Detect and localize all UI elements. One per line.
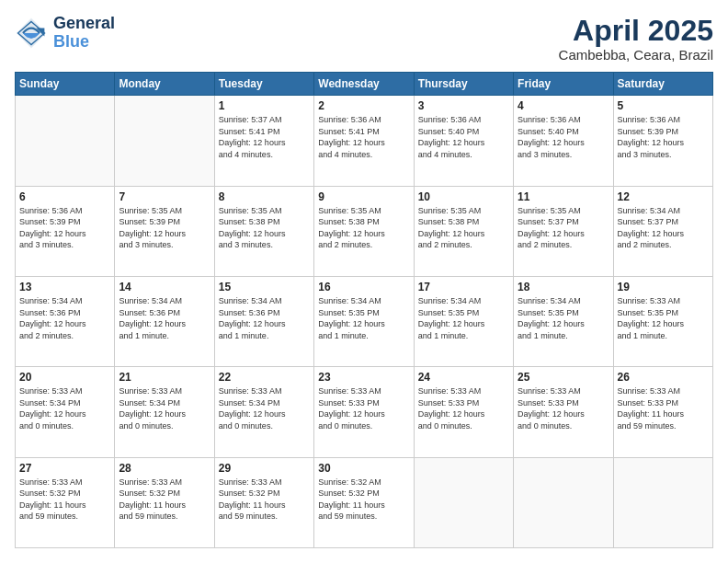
calendar-cell: 14Sunrise: 5:34 AM Sunset: 5:36 PM Dayli… [115, 276, 214, 366]
day-number: 2 [318, 99, 409, 112]
day-number: 7 [119, 190, 210, 203]
day-number: 23 [318, 371, 409, 384]
day-info: Sunrise: 5:35 AM Sunset: 5:38 PM Dayligh… [318, 205, 409, 251]
calendar-cell: 6Sunrise: 5:36 AM Sunset: 5:39 PM Daylig… [16, 186, 115, 276]
day-number: 14 [119, 281, 210, 293]
logo-line1: General [53, 15, 115, 33]
calendar-cell [514, 457, 613, 547]
day-number: 11 [518, 190, 609, 203]
calendar-cell: 19Sunrise: 5:33 AM Sunset: 5:35 PM Dayli… [613, 276, 712, 366]
day-number: 6 [19, 190, 110, 203]
calendar-cell: 23Sunrise: 5:33 AM Sunset: 5:33 PM Dayli… [314, 367, 414, 457]
day-info: Sunrise: 5:36 AM Sunset: 5:40 PM Dayligh… [518, 114, 609, 160]
day-info: Sunrise: 5:33 AM Sunset: 5:35 PM Dayligh… [618, 295, 709, 341]
day-info: Sunrise: 5:35 AM Sunset: 5:37 PM Dayligh… [518, 205, 609, 251]
calendar-week-row: 27Sunrise: 5:33 AM Sunset: 5:32 PM Dayli… [16, 457, 713, 547]
calendar-cell: 27Sunrise: 5:33 AM Sunset: 5:32 PM Dayli… [16, 457, 115, 547]
day-number: 19 [618, 281, 709, 293]
calendar-cell: 20Sunrise: 5:33 AM Sunset: 5:34 PM Dayli… [16, 367, 115, 457]
day-number: 24 [418, 371, 509, 384]
day-info: Sunrise: 5:36 AM Sunset: 5:39 PM Dayligh… [618, 114, 709, 160]
day-number: 3 [418, 99, 509, 112]
calendar-cell: 3Sunrise: 5:36 AM Sunset: 5:40 PM Daylig… [414, 96, 513, 186]
calendar-day-header: Friday [514, 73, 613, 96]
day-number: 18 [518, 281, 609, 293]
calendar-day-header: Monday [115, 73, 214, 96]
day-number: 4 [518, 99, 609, 112]
day-info: Sunrise: 5:35 AM Sunset: 5:38 PM Dayligh… [219, 205, 310, 251]
day-number: 9 [318, 190, 409, 203]
calendar-header-row: SundayMondayTuesdayWednesdayThursdayFrid… [16, 73, 713, 96]
calendar-cell [414, 457, 513, 547]
day-info: Sunrise: 5:34 AM Sunset: 5:37 PM Dayligh… [618, 205, 709, 251]
calendar-cell: 18Sunrise: 5:34 AM Sunset: 5:35 PM Dayli… [514, 276, 613, 366]
day-info: Sunrise: 5:35 AM Sunset: 5:39 PM Dayligh… [119, 205, 210, 251]
calendar-cell: 22Sunrise: 5:33 AM Sunset: 5:34 PM Dayli… [214, 367, 313, 457]
day-info: Sunrise: 5:33 AM Sunset: 5:32 PM Dayligh… [219, 477, 310, 523]
calendar-cell: 13Sunrise: 5:34 AM Sunset: 5:36 PM Dayli… [16, 276, 115, 366]
day-number: 15 [219, 281, 310, 293]
day-info: Sunrise: 5:34 AM Sunset: 5:36 PM Dayligh… [219, 295, 310, 341]
day-info: Sunrise: 5:36 AM Sunset: 5:39 PM Dayligh… [19, 205, 110, 251]
day-info: Sunrise: 5:33 AM Sunset: 5:33 PM Dayligh… [518, 385, 609, 431]
calendar-cell: 10Sunrise: 5:35 AM Sunset: 5:38 PM Dayli… [414, 186, 513, 276]
calendar-cell: 1Sunrise: 5:37 AM Sunset: 5:41 PM Daylig… [214, 96, 313, 186]
calendar-cell: 24Sunrise: 5:33 AM Sunset: 5:33 PM Dayli… [414, 367, 513, 457]
calendar-cell: 2Sunrise: 5:36 AM Sunset: 5:41 PM Daylig… [314, 96, 414, 186]
day-number: 26 [618, 371, 709, 384]
day-number: 27 [19, 462, 110, 475]
calendar-cell: 25Sunrise: 5:33 AM Sunset: 5:33 PM Dayli… [514, 367, 613, 457]
calendar-cell: 21Sunrise: 5:33 AM Sunset: 5:34 PM Dayli… [115, 367, 214, 457]
logo: General Blue [15, 15, 115, 52]
calendar-cell: 9Sunrise: 5:35 AM Sunset: 5:38 PM Daylig… [314, 186, 414, 276]
page: General Blue April 2025 Cambebba, Ceara,… [0, 0, 728, 563]
day-number: 20 [19, 371, 110, 384]
logo-line2: Blue [53, 33, 115, 52]
calendar-cell: 30Sunrise: 5:32 AM Sunset: 5:32 PM Dayli… [314, 457, 414, 547]
day-info: Sunrise: 5:33 AM Sunset: 5:34 PM Dayligh… [119, 385, 210, 431]
day-number: 25 [518, 371, 609, 384]
day-info: Sunrise: 5:37 AM Sunset: 5:41 PM Dayligh… [219, 114, 310, 160]
header: General Blue April 2025 Cambebba, Ceara,… [15, 15, 713, 63]
calendar-cell [613, 457, 712, 547]
day-number: 1 [219, 99, 310, 112]
calendar-cell: 15Sunrise: 5:34 AM Sunset: 5:36 PM Dayli… [214, 276, 313, 366]
day-info: Sunrise: 5:34 AM Sunset: 5:35 PM Dayligh… [318, 295, 409, 341]
calendar-cell: 28Sunrise: 5:33 AM Sunset: 5:32 PM Dayli… [115, 457, 214, 547]
day-info: Sunrise: 5:36 AM Sunset: 5:40 PM Dayligh… [418, 114, 509, 160]
day-number: 30 [318, 462, 409, 475]
logo-icon [15, 17, 48, 50]
day-number: 28 [119, 462, 210, 475]
day-info: Sunrise: 5:33 AM Sunset: 5:34 PM Dayligh… [19, 385, 110, 431]
title-block: April 2025 Cambebba, Ceara, Brazil [559, 15, 713, 63]
calendar-cell: 26Sunrise: 5:33 AM Sunset: 5:33 PM Dayli… [613, 367, 712, 457]
calendar-day-header: Saturday [613, 73, 712, 96]
calendar-week-row: 6Sunrise: 5:36 AM Sunset: 5:39 PM Daylig… [16, 186, 713, 276]
day-info: Sunrise: 5:32 AM Sunset: 5:32 PM Dayligh… [318, 477, 409, 523]
subtitle: Cambebba, Ceara, Brazil [559, 47, 713, 63]
day-info: Sunrise: 5:33 AM Sunset: 5:33 PM Dayligh… [618, 385, 709, 431]
day-info: Sunrise: 5:34 AM Sunset: 5:35 PM Dayligh… [418, 295, 509, 341]
day-number: 17 [418, 281, 509, 293]
calendar-cell: 12Sunrise: 5:34 AM Sunset: 5:37 PM Dayli… [613, 186, 712, 276]
calendar-cell: 16Sunrise: 5:34 AM Sunset: 5:35 PM Dayli… [314, 276, 414, 366]
calendar-day-header: Wednesday [314, 73, 414, 96]
day-number: 12 [618, 190, 709, 203]
calendar-day-header: Tuesday [214, 73, 313, 96]
calendar-cell [16, 96, 115, 186]
calendar-cell: 17Sunrise: 5:34 AM Sunset: 5:35 PM Dayli… [414, 276, 513, 366]
day-info: Sunrise: 5:33 AM Sunset: 5:32 PM Dayligh… [119, 477, 210, 523]
calendar-cell [115, 96, 214, 186]
day-number: 5 [618, 99, 709, 112]
calendar-week-row: 1Sunrise: 5:37 AM Sunset: 5:41 PM Daylig… [16, 96, 713, 186]
calendar-table: SundayMondayTuesdayWednesdayThursdayFrid… [15, 72, 713, 548]
main-title: April 2025 [559, 15, 713, 47]
day-number: 13 [19, 281, 110, 293]
calendar-cell: 5Sunrise: 5:36 AM Sunset: 5:39 PM Daylig… [613, 96, 712, 186]
day-number: 16 [318, 281, 409, 293]
calendar-cell: 11Sunrise: 5:35 AM Sunset: 5:37 PM Dayli… [514, 186, 613, 276]
calendar-cell: 29Sunrise: 5:33 AM Sunset: 5:32 PM Dayli… [214, 457, 313, 547]
day-number: 22 [219, 371, 310, 384]
day-info: Sunrise: 5:33 AM Sunset: 5:34 PM Dayligh… [219, 385, 310, 431]
day-info: Sunrise: 5:33 AM Sunset: 5:33 PM Dayligh… [418, 385, 509, 431]
